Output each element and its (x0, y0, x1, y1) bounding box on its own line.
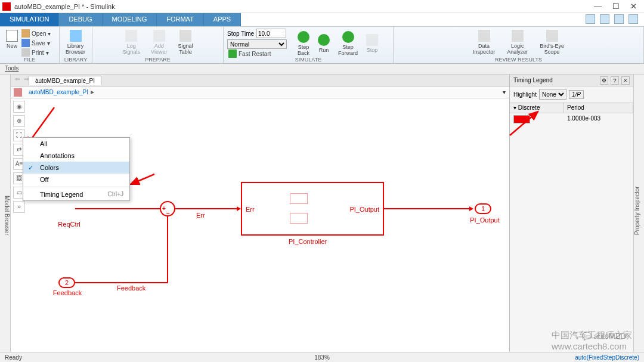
log-signals-button[interactable]: Log Signals (120, 29, 143, 56)
feedback-inport[interactable]: 2 (58, 277, 75, 288)
run-button[interactable]: Run (315, 33, 332, 54)
stop-icon (366, 34, 378, 46)
status-mode[interactable]: auto(FixedStepDiscrete) (575, 354, 639, 361)
close-button[interactable]: ✕ (630, 2, 637, 11)
hide-browser-icon[interactable]: ◉ (13, 101, 25, 113)
check-icon: ✓ (28, 164, 33, 172)
data-inspector-icon (478, 30, 490, 42)
open-icon (21, 29, 30, 38)
qat-undo-icon[interactable] (600, 14, 609, 24)
breadcrumb-item[interactable]: autoMBD_example_PI (29, 89, 88, 95)
breadcrumb-arrow-icon[interactable]: ▶ (91, 89, 94, 95)
stop-time-input[interactable] (256, 29, 286, 38)
feedback-wire-label: Feedback (117, 284, 145, 292)
log-signals-icon (125, 30, 137, 42)
err-arrowhead-icon (237, 206, 241, 211)
save-label: Save (32, 40, 45, 47)
subsystem-preview (284, 190, 317, 227)
breadcrumb-dropdown-icon[interactable]: ▾ (503, 89, 506, 95)
signal-table-label: Signal Table (178, 43, 193, 55)
timing-title: Timing Legend (513, 77, 553, 83)
tab-debug[interactable]: DEBUG (59, 13, 102, 26)
menu-off[interactable]: Off (23, 174, 129, 185)
new-button[interactable]: New (4, 29, 20, 57)
menu-timing-legend[interactable]: Timing LegendCtrl+J (23, 188, 129, 200)
status-zoom[interactable]: 183% (314, 354, 330, 361)
highlight-select[interactable]: None (539, 89, 566, 100)
pi-controller-block[interactable]: Err PI_Output (241, 182, 384, 236)
signal-table-button[interactable]: Signal Table (175, 29, 195, 56)
err-wire (175, 208, 240, 209)
model-prop-icon[interactable]: » (13, 201, 25, 213)
nav-back-icon[interactable]: ⇦ (13, 76, 21, 84)
zoom-icon[interactable]: ⊕ (13, 115, 25, 127)
tab-apps[interactable]: APPS (204, 13, 241, 26)
menu-annotations[interactable]: Annotations (23, 150, 129, 162)
logic-analyzer-label: Logic Analyzer (507, 43, 528, 55)
nav-up-icon[interactable]: ↑ (32, 76, 41, 84)
logic-analyzer-button[interactable]: Logic Analyzer (504, 29, 530, 56)
minimize-button[interactable]: — (594, 2, 602, 11)
print-button[interactable]: Print▾ (20, 48, 55, 57)
status-bar: Ready 183% auto(FixedStepDiscrete) (0, 352, 644, 362)
data-inspector-label: Data Inspector (473, 43, 495, 55)
qat-help-icon[interactable] (628, 14, 638, 24)
simulation-mode-select[interactable]: Normal (227, 39, 287, 49)
log-signals-label: Log Signals (123, 43, 141, 55)
timing-gear-icon[interactable]: ⚙ (600, 76, 608, 85)
output-wire (384, 208, 472, 209)
model-browser-panel[interactable]: Model Browser (0, 75, 11, 352)
timing-help-icon[interactable]: ? (611, 76, 619, 85)
vp-button[interactable]: 1/P (569, 90, 584, 99)
step-back-button[interactable]: Step Back (295, 30, 312, 57)
library-browser-button[interactable]: Library Browser (63, 29, 88, 56)
property-inspector-panel[interactable]: Property Inspector (633, 75, 644, 352)
save-button[interactable]: Save▾ (20, 38, 55, 48)
qat-redo-icon[interactable] (614, 14, 624, 24)
annotation-arrow-menu (128, 171, 157, 190)
menu-colors[interactable]: ✓Colors (23, 162, 129, 174)
menu-timing-legend-label: Timing Legend (40, 191, 83, 198)
titlebar: autoMBD_example_PI * - Simulink — ☐ ✕ (0, 0, 644, 13)
birds-eye-icon (546, 30, 558, 42)
print-icon (21, 48, 30, 57)
tab-simulation[interactable]: SIMULATION (0, 13, 59, 26)
highlight-row: Highlight None 1/P (510, 86, 633, 103)
data-inspector-button[interactable]: Data Inspector (470, 29, 497, 56)
nav-forward-icon[interactable]: ⇨ (23, 76, 31, 84)
menu-all-label: All (40, 140, 47, 147)
stop-button[interactable]: Stop (364, 33, 380, 54)
prepare-group-label: PREPARE (92, 57, 223, 63)
pi-output-port[interactable]: 1 (475, 203, 491, 214)
menu-off-label: Off (40, 176, 48, 183)
menu-annotations-label: Annotations (40, 152, 75, 159)
add-viewer-button[interactable]: Add Viewer (148, 29, 169, 56)
open-label: Open (32, 30, 46, 37)
tab-modeling[interactable]: MODELING (103, 13, 157, 26)
simulate-group-label: SIMULATE (224, 57, 393, 63)
stop-time-label: Stop Time (227, 30, 254, 37)
maximize-button[interactable]: ☐ (612, 2, 620, 11)
pi-output-label: PI_Output (464, 216, 506, 224)
ribbon-tabs: SIMULATION DEBUG MODELING FORMAT APPS (0, 13, 644, 27)
model-canvas[interactable]: ReqCtrl 2 Feedback + − Err Feedback Err (27, 98, 509, 352)
birds-eye-button[interactable]: Bird's-Eye Scope (537, 29, 566, 56)
breadcrumb: autoMBD_example_PI ▶ ▾ (11, 86, 509, 98)
tab-format[interactable]: FORMAT (157, 13, 204, 26)
qat-save-icon[interactable] (586, 14, 595, 24)
canvas-container: ⇦ ⇨ ↑ autoMBD_example_PI autoMBD_example… (11, 75, 509, 352)
menu-colors-label: Colors (40, 164, 59, 171)
svg-line-1 (131, 174, 154, 184)
menu-all[interactable]: All (23, 138, 129, 150)
timing-legend-panel: Timing Legend ⚙ ? × Highlight None 1/P ▾… (509, 75, 633, 352)
timing-header: Timing Legend ⚙ ? × (510, 75, 633, 86)
output-arrowhead-icon (469, 206, 473, 211)
file-group-label: FILE (0, 57, 59, 63)
sum-block[interactable]: + − (160, 201, 175, 216)
timing-close-icon[interactable]: × (621, 76, 630, 85)
simulink-icon (2, 2, 11, 11)
open-button[interactable]: Open▾ (20, 29, 55, 38)
step-forward-button[interactable]: Step Forward (336, 30, 360, 57)
logic-analyzer-icon (512, 30, 524, 42)
menu-shortcut: Ctrl+J (108, 191, 123, 198)
